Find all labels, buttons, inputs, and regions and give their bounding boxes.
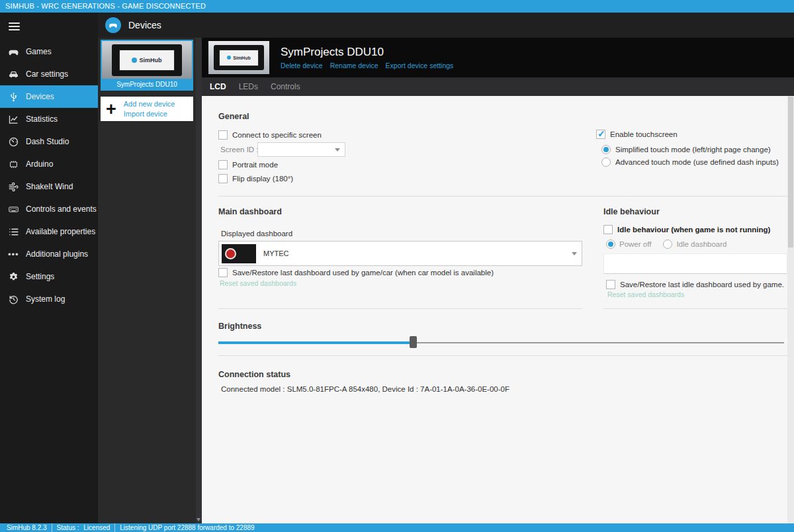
dots-icon [8,249,26,259]
add-new-device-link[interactable]: Add new device [124,100,175,108]
sidebar-item-label: System log [26,294,65,304]
enable-touchscreen-label: Enable touchscreen [610,130,678,138]
sidebar-item-devices[interactable]: Devices [0,85,98,108]
sidebar-item-games[interactable]: Games [0,40,98,63]
connect-specific-screen-row[interactable]: Connect to specific screen [218,130,322,140]
flip-display-checkbox[interactable] [218,174,228,183]
sidebar: Games Car settings Devices Statistics Da… [0,13,98,523]
sidebar-item-label: Settings [26,272,54,281]
delete-device-link[interactable]: Delete device [281,62,323,69]
screen-id-label: Screen ID : [220,146,259,154]
dashboard-logo-icon [225,248,236,259]
idle-behaviour-checkbox[interactable] [603,225,613,234]
idle-behaviour-label: Idle behaviour (when game is not running… [617,226,770,234]
simhub-logo-icon [227,56,231,60]
panel-title: Devices [128,20,161,30]
brightness-slider[interactable] [218,336,784,348]
add-device-card[interactable]: Add new device Import device [101,97,193,121]
device-panel-scrollbar[interactable] [196,38,202,523]
screen-id-select[interactable] [257,142,345,157]
idle-dashboard-radio[interactable] [663,240,672,249]
export-device-settings-link[interactable]: Export device settings [386,62,454,69]
device-card-symprojects-ddu10[interactable]: SimHub SymProjects DDU10 [101,40,193,91]
sidebar-item-label: Devices [26,92,54,101]
enable-touchscreen-checkbox[interactable] [596,130,605,139]
gear-icon [8,271,26,283]
license-status: Status : Licensed [52,523,116,532]
menu-toggle-button[interactable] [0,13,98,40]
sidebar-item-available-properties[interactable]: Available properties [0,220,98,243]
sidebar-item-dash-studio[interactable]: Dash Studio [0,130,98,153]
rename-device-link[interactable]: Rename device [330,62,378,69]
power-off-label: Power off [619,240,651,248]
window-title-bar: SIMHUB - WRC GENERATIONS - GAME DISCONNE… [0,0,794,13]
usb-icon [8,91,26,103]
device-screen-label: SimHub [139,57,161,64]
import-device-link[interactable]: Import device [124,110,175,118]
hamburger-icon [9,22,20,30]
simplified-touch-mode-radio[interactable] [601,145,611,154]
status-value: Licensed [83,524,110,531]
simhub-window: SIMHUB - WRC GENERATIONS - GAME DISCONNE… [0,0,794,532]
enable-touchscreen-row[interactable]: Enable touchscreen [596,130,678,139]
scrollbar-thumb[interactable] [788,97,793,247]
slider-fill [218,341,414,344]
sidebar-item-arduino[interactable]: Arduino [0,153,98,175]
sidebar-item-shakeit-wind[interactable]: ShakeIt Wind [0,175,98,198]
power-off-radio[interactable] [606,240,615,249]
flip-display-label: Flip display (180°) [232,175,293,183]
device-actions: Delete device Rename device Export devic… [281,62,453,69]
reset-saved-dashboards-link[interactable]: Reset saved dashboards [220,279,296,287]
idle-behaviour-heading: Idle behaviour [603,207,660,216]
tab-lcd[interactable]: LCD [210,82,226,91]
gamepad-icon [8,46,26,58]
idle-mode-radios: Power off Idle dashboard [606,240,727,249]
sidebar-item-car-settings[interactable]: Car settings [0,63,98,85]
connect-specific-screen-checkbox[interactable] [218,130,228,140]
idle-behaviour-row[interactable]: Idle behaviour (when game is not running… [603,225,770,234]
save-restore-dashboard-checkbox[interactable] [218,268,228,277]
device-card-label: SymProjects DDU10 [102,79,192,89]
save-restore-idle-checkbox[interactable] [606,280,615,289]
content-scrollbar[interactable] [787,96,794,523]
lcd-settings-content: General Connect to specific screen Scree… [202,96,794,523]
dashboard-thumbnail [222,244,256,263]
brightness-heading: Brightness [218,322,261,331]
device-photo: SimHub [102,41,192,79]
save-restore-idle-label: Save/Restore last idle dashboard used by… [620,281,784,288]
slider-handle[interactable] [410,336,417,348]
divider [218,196,787,197]
sidebar-item-label: Car settings [26,69,68,79]
sidebar-item-controls-and-events[interactable]: Controls and events [0,198,98,220]
sidebar-item-statistics[interactable]: Statistics [0,108,98,130]
displayed-dashboard-select[interactable]: MYTEC [218,241,582,266]
advanced-touch-mode-radio[interactable] [601,157,611,167]
status-label: Status : [57,524,79,531]
tab-controls[interactable]: Controls [271,82,300,91]
idle-dashboard-select[interactable] [603,253,787,274]
sidebar-item-label: Controls and events [26,204,97,214]
app-version: SimHub 8.2.3 [2,523,52,532]
sidebar-item-additional-plugins[interactable]: Additional plugins [0,243,98,265]
divider [603,308,787,309]
status-bar: SimHub 8.2.3 Status : Licensed Listening… [0,523,794,532]
portrait-mode-row[interactable]: Portrait mode [218,160,278,169]
wind-icon [8,181,26,193]
device-tabs: LCD LEDs Controls [202,77,794,96]
portrait-mode-checkbox[interactable] [218,160,228,169]
simhub-logo-icon [132,58,137,63]
sidebar-item-label: Games [26,47,52,56]
sidebar-item-system-log[interactable]: System log [0,288,98,310]
sidebar-item-settings[interactable]: Settings [0,265,98,288]
save-restore-idle-row[interactable]: Save/Restore last idle dashboard used by… [606,280,784,289]
tab-leds[interactable]: LEDs [239,82,258,91]
device-screen-label: SimHub [233,56,250,60]
simplified-touch-mode-row[interactable]: Simplified touch mode (left/right page c… [601,145,771,154]
flip-display-row[interactable]: Flip display (180°) [218,174,293,183]
advanced-touch-mode-row[interactable]: Advanced touch mode (use defined dash in… [601,157,779,167]
reset-saved-idle-dashboards-link[interactable]: Reset saved dashboards [607,290,684,298]
save-restore-dashboard-row[interactable]: Save/Restore last dashboard used by game… [218,268,494,277]
connection-status-text: Connected model : SLM5.0-81FPC-A 854x480… [221,385,509,393]
save-restore-dashboard-label: Save/Restore last dashboard used by game… [232,269,494,277]
scroll-down-arrow-icon[interactable] [197,518,200,521]
